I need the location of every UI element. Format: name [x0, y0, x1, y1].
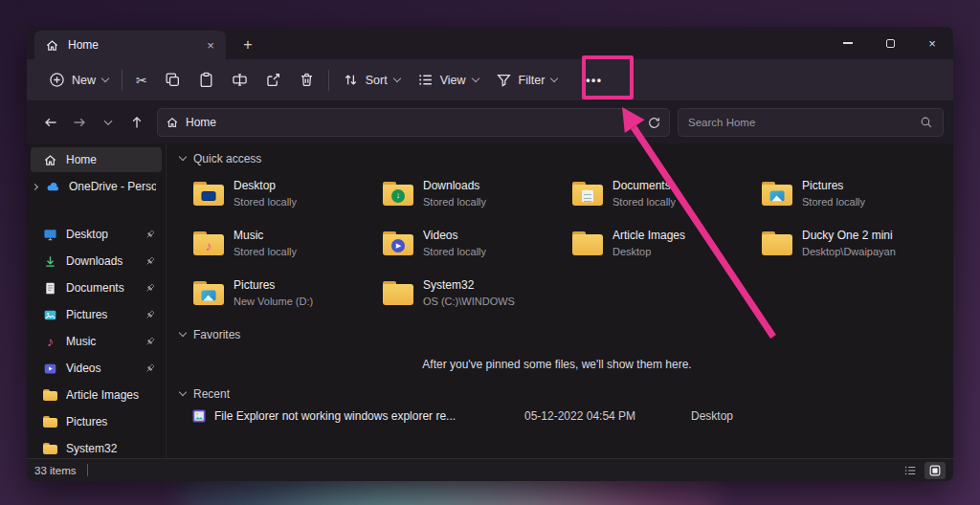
quick-access-tile-system32[interactable]: System32OS (C:)\WINDOWS [383, 278, 565, 308]
sort-icon [343, 72, 359, 88]
command-toolbar: New ✂ Sor [27, 59, 953, 101]
search-box[interactable] [678, 108, 944, 137]
quick-access-tile-pictures[interactable]: PicturesStored locally [762, 179, 944, 209]
see-more-button[interactable]: ••• [575, 65, 612, 96]
chevron-down-icon[interactable] [179, 329, 187, 337]
large-thumbnails-view-button[interactable] [924, 462, 946, 479]
sidebar-item-downloads[interactable]: Downloads [31, 249, 162, 274]
close-button[interactable]: × [911, 27, 953, 59]
tile-detail: Stored locally [423, 245, 486, 258]
new-tab-button[interactable]: + [235, 33, 260, 57]
pin-icon [144, 282, 156, 295]
sidebar-item-videos[interactable]: Videos [31, 356, 162, 381]
filter-button[interactable]: Filter [487, 65, 567, 96]
filter-icon [496, 72, 512, 88]
pictures-folder-icon [762, 182, 792, 206]
details-view-button[interactable] [900, 462, 921, 479]
search-input[interactable] [688, 117, 920, 128]
quick-access-tile-pictures-d[interactable]: PicturesNew Volume (D:) [193, 278, 375, 308]
sidebar-item-pictures[interactable]: Pictures [31, 302, 162, 327]
folder-icon [572, 231, 603, 255]
chevron-down-icon [100, 115, 116, 130]
chevron-down-icon [471, 74, 479, 81]
sidebar-item-desktop[interactable]: Desktop [31, 222, 162, 247]
item-count: 33 items [34, 465, 76, 476]
back-button[interactable] [36, 108, 65, 137]
share-icon [265, 72, 281, 88]
maximize-button[interactable] [869, 27, 911, 59]
section-quick-access[interactable]: Quick access [180, 151, 953, 166]
status-bar: 33 items [27, 458, 953, 481]
paste-icon [198, 72, 214, 88]
sidebar-item-documents[interactable]: Documents [31, 275, 162, 300]
desktop-folder-icon [193, 182, 224, 206]
view-button[interactable]: View [409, 65, 487, 96]
sidebar-item-home[interactable]: Home [31, 147, 162, 172]
address-location: Home [186, 116, 216, 129]
section-recent[interactable]: Recent [180, 386, 953, 402]
share-button[interactable] [256, 65, 290, 96]
tile-name: Videos [423, 229, 486, 243]
quick-access-tile-desktop[interactable]: DesktopStored locally [193, 179, 375, 209]
address-bar[interactable]: Home [157, 108, 670, 137]
tab-home[interactable]: Home × [34, 31, 226, 59]
new-button[interactable]: New [40, 65, 117, 96]
forward-button[interactable] [65, 108, 94, 137]
cut-button[interactable]: ✂ [127, 65, 156, 96]
address-dropdown-icon[interactable] [624, 117, 632, 124]
folder-icon [42, 414, 58, 429]
paste-button[interactable] [189, 65, 223, 96]
tile-detail: Stored locally [802, 195, 865, 209]
search-icon [920, 116, 933, 129]
quick-access-tile-article-images[interactable]: Article ImagesDesktop [572, 229, 754, 258]
sidebar-item-label: Home [66, 153, 156, 166]
pin-icon [144, 362, 156, 375]
up-button[interactable] [122, 108, 151, 137]
home-icon [44, 37, 60, 53]
maximize-icon [886, 39, 895, 48]
sidebar-item-article-images[interactable]: Article Images [31, 383, 162, 407]
chevron-down-icon[interactable] [179, 153, 187, 161]
tile-detail: Stored locally [423, 195, 486, 209]
downloads-icon [42, 253, 58, 269]
quick-access-tile-downloads[interactable]: ↓ DownloadsStored locally [383, 179, 565, 209]
recent-file-row[interactable]: File Explorer not working windows explor… [191, 408, 953, 424]
desktop-background: Home × + × New ✂ [0, 0, 980, 505]
quick-access-tile-ducky[interactable]: Ducky One 2 miniDesktop\Dwaipayan [762, 229, 944, 258]
sidebar-item-music[interactable]: ♪ Music [31, 329, 162, 354]
sort-button[interactable]: Sort [334, 65, 409, 96]
recent-file-name: File Explorer not working windows explor… [214, 409, 517, 423]
tab-close-button[interactable]: × [203, 38, 218, 53]
tile-name: Ducky One 2 mini [802, 229, 896, 243]
file-explorer-window: Home × + × New ✂ [27, 27, 953, 481]
tile-detail: Stored locally [234, 245, 297, 258]
sidebar-item-onedrive[interactable]: OneDrive - Perso [31, 174, 162, 199]
recent-locations-button[interactable] [94, 108, 122, 137]
pin-icon [144, 336, 156, 348]
chevron-down-icon [392, 74, 400, 81]
rename-button[interactable] [223, 65, 256, 96]
onedrive-cloud-icon [45, 179, 61, 194]
quick-access-tile-videos[interactable]: ▶ VideosStored locally [383, 229, 565, 258]
sidebar-item-pictures-2[interactable]: Pictures [31, 409, 162, 434]
delete-button[interactable] [290, 65, 323, 96]
sidebar-item-label: Article Images [66, 388, 156, 402]
tile-detail: Stored locally [234, 195, 297, 209]
quick-access-tile-music[interactable]: ♪ MusicStored locally [193, 229, 375, 258]
view-toggles [900, 462, 946, 479]
music-folder-icon: ♪ [193, 231, 224, 255]
sidebar-item-label: System32 [66, 442, 156, 455]
copy-button[interactable] [156, 65, 189, 96]
music-icon: ♪ [42, 334, 58, 349]
minimize-button[interactable] [827, 27, 869, 59]
refresh-icon[interactable] [647, 116, 661, 130]
quick-access-tile-documents[interactable]: DocumentsStored locally [572, 179, 754, 209]
chevron-down-icon [550, 74, 558, 81]
sidebar-item-label: Documents [66, 281, 136, 295]
tile-name: Pictures [802, 179, 865, 193]
chevron-down-icon[interactable] [179, 388, 187, 396]
folder-icon [383, 281, 413, 305]
chevron-right-icon[interactable] [32, 183, 38, 189]
sidebar-item-system32[interactable]: System32 [31, 436, 162, 458]
section-favorites[interactable]: Favorites [180, 327, 953, 342]
